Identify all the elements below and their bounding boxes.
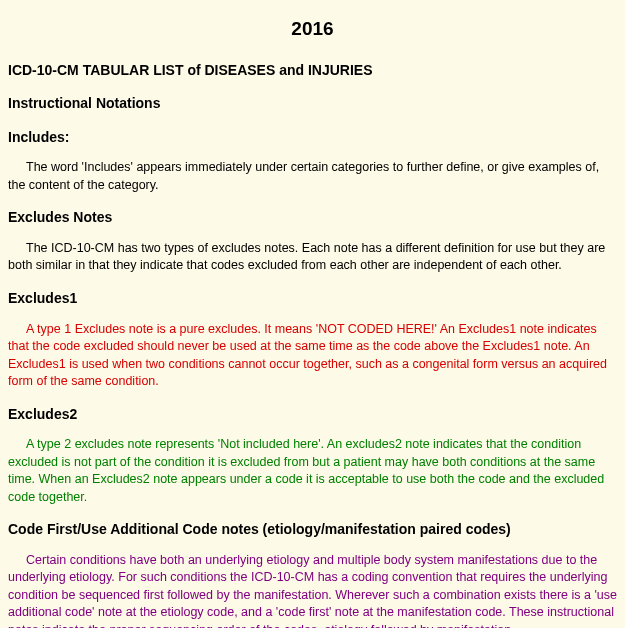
excludes-notes-body: The ICD-10-CM has two types of excludes …: [8, 240, 617, 275]
page-title: ICD-10-CM TABULAR LIST of DISEASES and I…: [8, 61, 617, 81]
code-first-heading: Code First/Use Additional Code notes (et…: [8, 520, 617, 540]
instructional-notations-heading: Instructional Notations: [8, 94, 617, 114]
excludes2-heading: Excludes2: [8, 405, 617, 425]
page-year-heading: 2016: [8, 16, 617, 43]
excludes-notes-heading: Excludes Notes: [8, 208, 617, 228]
includes-heading: Includes:: [8, 128, 617, 148]
excludes1-heading: Excludes1: [8, 289, 617, 309]
excludes2-body: A type 2 excludes note represents 'Not i…: [8, 436, 617, 506]
excludes1-body: A type 1 Excludes note is a pure exclude…: [8, 321, 617, 391]
includes-body: The word 'Includes' appears immediately …: [8, 159, 617, 194]
code-first-body: Certain conditions have both an underlyi…: [8, 552, 617, 628]
